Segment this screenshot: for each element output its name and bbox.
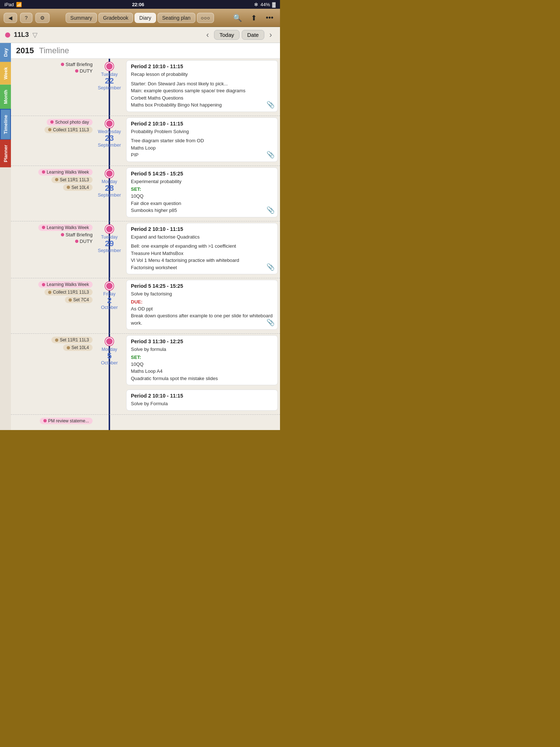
event-label: DUTY xyxy=(80,68,93,74)
day-num: 22 xyxy=(105,77,114,85)
sidebar-item-day[interactable]: Day xyxy=(0,43,11,62)
section-sept28: Learning Walks Week Set 11R1 11L3 Set 10… xyxy=(11,166,280,221)
class-filter-icon: ▽ xyxy=(32,31,38,39)
left-events-sept22: Staff Briefing DUTY xyxy=(11,59,95,116)
entry-title: Period 2 10:10 - 11:15 xyxy=(131,393,273,399)
tab-diary[interactable]: Diary xyxy=(135,13,156,23)
section-partial: PM review stateme... xyxy=(11,415,280,430)
class-bar: 11L3 ▽ ‹ Today Date › xyxy=(0,27,280,43)
main-content: Day Week Month Timeline Planner 2015 Tim… xyxy=(0,43,280,430)
share-button[interactable]: ⬆ xyxy=(248,12,260,24)
entry-title: Period 2 10:10 - 11:15 xyxy=(131,226,273,232)
sidebar-item-planner[interactable]: Planner xyxy=(0,140,11,167)
content-wrapper: 2015 Timeline Staff Briefing xyxy=(11,43,280,430)
sidebar-item-week[interactable]: Week xyxy=(0,62,11,85)
left-events-partial: PM review stateme... xyxy=(11,415,95,427)
right-events-oct5: Period 3 11:30 - 12:25 Solve by formula … xyxy=(124,334,280,414)
entry-card: Period 2 10:10 - 11:15 Recap lesson of p… xyxy=(126,60,278,112)
entry-due-label: DUE: xyxy=(131,299,273,305)
entry-subtitle: Solve by formula xyxy=(131,346,273,353)
year-label: 2015 xyxy=(16,46,34,55)
dot xyxy=(61,63,64,66)
event-tag-set-11r1-1: Set 11R1 11L3 xyxy=(51,177,93,183)
section-oct5: Set 11R1 11L3 Set 10L4 Monday 5 October xyxy=(11,334,280,414)
right-events-sept22: Period 2 10:10 - 11:15 Recap lesson of p… xyxy=(124,59,280,116)
clip-icon: 📎 xyxy=(267,151,275,159)
entry-subtitle: Probability Problem Solving xyxy=(131,128,273,135)
date-marker-oct5: Monday 5 October xyxy=(95,334,124,414)
date-dot xyxy=(105,337,113,345)
status-right: ✻ 44% ▓ xyxy=(254,2,276,7)
entry-body: 10QQMaths Loop A4Quadratic formula spot … xyxy=(131,361,273,382)
battery-display: 44% xyxy=(260,2,270,7)
event-tag-pm-review: PM review stateme... xyxy=(40,418,93,424)
tag-label: PM review stateme... xyxy=(48,418,89,423)
date-marker-oct2: Friday 2 October xyxy=(95,278,124,333)
dot xyxy=(55,338,58,342)
event-tag-collect-11r1: Collect 11R1 11L3 xyxy=(44,127,93,133)
clip-icon: 📎 xyxy=(267,101,275,109)
event-staff-briefing-2: Staff Briefing xyxy=(61,232,93,237)
entry-subtitle: Recap lesson of probability xyxy=(131,71,273,78)
settings-button[interactable]: ⚙ xyxy=(35,13,50,23)
tag-label: School photo day xyxy=(55,120,89,125)
entry-card-period3: Period 3 11:30 - 12:25 Solve by formula … xyxy=(126,335,278,385)
help-button[interactable]: ? xyxy=(20,13,32,23)
month-name: September xyxy=(98,142,121,148)
date-dot xyxy=(105,62,113,70)
month-name: October xyxy=(101,360,118,365)
back-button[interactable]: ◀ xyxy=(4,13,17,23)
dot xyxy=(42,170,45,174)
today-button[interactable]: Today xyxy=(214,30,240,40)
dot xyxy=(75,240,78,243)
tag-label: Set 7C4 xyxy=(73,297,89,302)
day-num: 2 xyxy=(107,297,112,305)
date-dot xyxy=(105,120,113,128)
sidebar-item-timeline[interactable]: Timeline xyxy=(0,109,11,140)
tab-gradebook[interactable]: Gradebook xyxy=(98,13,133,23)
entry-body: Starter: Don Steward Jars most likely to… xyxy=(131,80,273,109)
entry-subtitle: Expand and factorise Quadratics xyxy=(131,233,273,241)
class-nav: ‹ Today Date › xyxy=(203,30,275,40)
entry-card-period2: Period 2 10:10 - 11:15 Solve by Formula xyxy=(126,390,278,411)
left-events-oct5: Set 11R1 11L3 Set 10L4 xyxy=(11,334,95,414)
entry-title: Period 3 11:30 - 12:25 xyxy=(131,338,273,344)
nav-bar: ◀ ? ⚙ Summary Gradebook Diary Seating pl… xyxy=(0,9,280,27)
date-button[interactable]: Date xyxy=(242,30,264,40)
section-oct2: Learning Walks Week Collect 11R1 11L3 Se… xyxy=(11,278,280,333)
time-display: 22:06 xyxy=(132,2,144,7)
right-partial xyxy=(124,415,280,427)
search-button[interactable]: 🔍 xyxy=(230,12,245,24)
options-button[interactable]: ••• xyxy=(263,12,276,23)
day-num: 5 xyxy=(107,352,112,360)
entry-card: Period 2 10:10 - 11:15 Probability Probl… xyxy=(126,117,278,162)
tab-seating-plan[interactable]: Seating plan xyxy=(158,13,195,23)
tab-summary[interactable]: Summary xyxy=(66,13,97,23)
section-sept22: Staff Briefing DUTY Tuesday 22 September xyxy=(11,59,280,116)
event-tag-school-photo: School photo day xyxy=(47,119,93,125)
entry-subtitle: Solve by factorising xyxy=(131,290,273,298)
event-tag-set-11r1-2: Set 11R1 11L3 xyxy=(51,337,93,343)
tag-label: Set 11R1 11L3 xyxy=(60,337,89,342)
tab-more[interactable]: ○○○ xyxy=(197,13,214,23)
next-arrow[interactable]: › xyxy=(267,30,275,40)
right-events-sept29: Period 2 10:10 - 11:15 Expand and factor… xyxy=(124,221,280,278)
entry-body: Tree diagram starter slide from ODMaths … xyxy=(131,137,273,159)
class-dot-indicator xyxy=(5,32,10,38)
sidebar-item-month[interactable]: Month xyxy=(0,85,11,109)
dot xyxy=(67,186,70,189)
sections-container: Staff Briefing DUTY Tuesday 22 September xyxy=(11,59,280,430)
date-marker-sept28: Monday 28 September xyxy=(95,166,124,221)
tag-label: Learning Walks Week xyxy=(47,282,89,287)
date-marker-partial xyxy=(95,415,124,427)
event-tag-collect-11r1-2: Collect 11R1 11L3 xyxy=(44,289,93,295)
date-marker-sept22: Tuesday 22 September xyxy=(95,59,124,116)
date-marker-sept29: Tuesday 29 September xyxy=(95,221,124,278)
section-sept29: Learning Walks Week Staff Briefing DUTY xyxy=(11,221,280,278)
event-tag-set-10l4-2: Set 10L4 xyxy=(63,344,93,351)
prev-arrow[interactable]: ‹ xyxy=(203,30,212,40)
right-events-oct2: Period 5 14:25 - 15:25 Solve by factoris… xyxy=(124,278,280,333)
entry-title: Period 5 14:25 - 15:25 xyxy=(131,171,273,177)
date-dot xyxy=(105,170,113,178)
battery-icon: ▓ xyxy=(272,2,276,7)
